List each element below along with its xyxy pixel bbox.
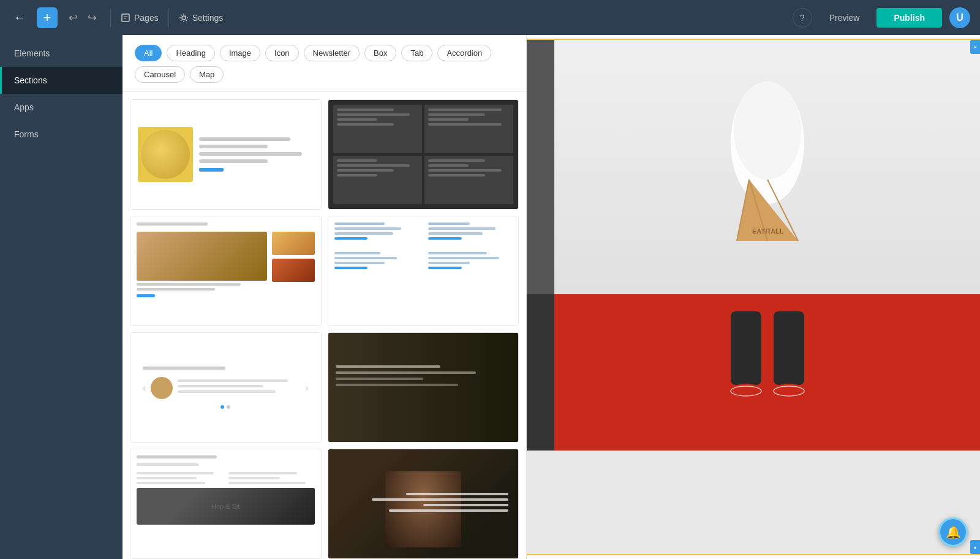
carousel-content: ‹ ›	[143, 377, 309, 399]
dot1	[221, 405, 224, 409]
dot2	[227, 405, 230, 409]
filter-accordion[interactable]: Accordion	[437, 45, 491, 61]
canvas-top-indicator	[527, 35, 980, 40]
filter-heading[interactable]: Heading	[167, 45, 214, 61]
card-preview-restaurant	[328, 449, 519, 558]
sidebar-item-apps[interactable]: Apps	[0, 94, 123, 121]
card-preview-darkchef	[328, 333, 519, 442]
preview-button[interactable]: Preview	[820, 9, 870, 26]
card-preview-twocol	[130, 216, 321, 325]
carousel-right-arrow: ›	[305, 382, 308, 394]
add-button[interactable]: +	[37, 7, 58, 28]
pages-label: Pages	[134, 13, 159, 23]
section-card-dark-chef[interactable]	[328, 332, 519, 443]
blog-col2	[228, 472, 314, 484]
grid-cell	[424, 105, 513, 153]
filter-box[interactable]: Box	[364, 45, 396, 61]
red-shoes-photo[interactable]	[554, 294, 980, 451]
svg-rect-10	[725, 385, 767, 403]
icecream-svg: EATITALL	[718, 75, 816, 259]
sidebar-item-sections[interactable]: Sections	[0, 67, 123, 94]
svg-rect-8	[774, 311, 804, 385]
bottom-dark-strip	[527, 294, 554, 451]
sidebar-item-elements[interactable]: Elements	[0, 40, 123, 67]
blog-cols	[137, 472, 315, 484]
col-row	[334, 222, 513, 240]
sidebar: Elements Sections Apps Forms	[0, 35, 123, 559]
svg-rect-0	[122, 14, 129, 21]
avatar[interactable]: U	[949, 7, 970, 28]
svg-point-5	[734, 82, 801, 180]
card3-left-col	[137, 232, 267, 297]
carousel-main	[151, 377, 300, 399]
filter-carousel[interactable]: Carousel	[135, 66, 185, 83]
svg-point-3	[182, 16, 186, 20]
section-card-dark-grid[interactable]	[328, 99, 519, 210]
divider	[110, 9, 111, 27]
sections-grid: ‹ ›	[123, 92, 526, 559]
sidebar-item-forms[interactable]: Forms	[0, 121, 123, 148]
back-button[interactable]: ←	[10, 7, 29, 28]
col3	[334, 252, 418, 269]
restaurant-overlay	[328, 449, 519, 558]
card3-row	[137, 232, 315, 297]
filter-newsletter[interactable]: Newsletter	[304, 45, 360, 61]
canvas-arrow-bottom[interactable]: ⬧	[970, 540, 980, 554]
publish-button[interactable]: Publish	[876, 8, 942, 28]
help-button[interactable]: ?	[793, 8, 812, 28]
section-card-two-col[interactable]	[130, 216, 322, 326]
carousel-avatar	[151, 377, 173, 399]
card-preview	[130, 100, 321, 209]
card-preview-blog: Hop & Sit	[130, 449, 321, 558]
card-preview-cols	[328, 216, 519, 325]
section-card-dark-restaurant[interactable]	[328, 449, 519, 559]
undo-button[interactable]: ↩	[65, 9, 81, 27]
canvas-content: EATITALL	[527, 40, 980, 554]
shoes-svg	[694, 311, 841, 434]
filter-all[interactable]: All	[135, 45, 162, 61]
notification-bubble[interactable]: 🔔	[938, 517, 968, 547]
col2	[428, 222, 512, 240]
carousel-dots	[143, 405, 309, 409]
col1	[334, 222, 418, 240]
carousel-lines	[178, 379, 300, 396]
settings-label: Settings	[192, 13, 224, 23]
canvas-right-arrows: « ⬧	[970, 35, 980, 559]
section-card-blog[interactable]: Hop & Sit	[130, 449, 322, 559]
canvas-arrow-top[interactable]: «	[970, 40, 980, 54]
grid-cell	[333, 105, 422, 153]
food-image	[138, 127, 193, 182]
canvas-top-photos: EATITALL	[527, 40, 980, 294]
filter-icon[interactable]: Icon	[265, 45, 299, 61]
filter-image[interactable]: Image	[220, 45, 260, 61]
icecream-photo[interactable]: EATITALL	[554, 40, 980, 294]
card-preview-carousel: ‹ ›	[130, 333, 321, 442]
col-row2	[334, 252, 513, 269]
col4	[428, 252, 512, 269]
blog-col1	[137, 472, 222, 484]
filter-bar: All Heading Image Icon Newsletter Box Ta…	[123, 35, 526, 92]
sections-panel: All Heading Image Icon Newsletter Box Ta…	[123, 35, 527, 559]
card-preview-dark	[328, 100, 519, 209]
main-layout: Elements Sections Apps Forms All Heading…	[0, 35, 980, 559]
grid-cell	[424, 156, 513, 204]
left-dark-strip	[527, 40, 554, 294]
icecream-visual: EATITALL	[554, 40, 980, 294]
blog-image: Hop & Sit	[137, 488, 315, 525]
canvas-bottom-photos	[527, 294, 980, 451]
topbar: ← + ↩ ↪ Pages Settings ? Preview Publish…	[0, 0, 980, 35]
section-card-columns[interactable]	[328, 216, 519, 326]
filter-map[interactable]: Map	[190, 66, 224, 83]
filter-tab[interactable]: Tab	[401, 45, 432, 61]
undo-redo-group: ↩ ↪	[65, 9, 100, 27]
settings-nav[interactable]: Settings	[179, 13, 224, 23]
card-text-area	[199, 137, 314, 172]
pages-nav[interactable]: Pages	[121, 13, 159, 23]
grid-cell	[333, 156, 422, 204]
redo-button[interactable]: ↪	[84, 9, 100, 27]
card3-right-col	[272, 232, 315, 297]
section-card-food-text[interactable]	[130, 99, 322, 210]
section-card-carousel[interactable]: ‹ ›	[130, 332, 322, 443]
canvas-bottom-indicator	[527, 554, 980, 559]
divider2	[168, 9, 169, 27]
